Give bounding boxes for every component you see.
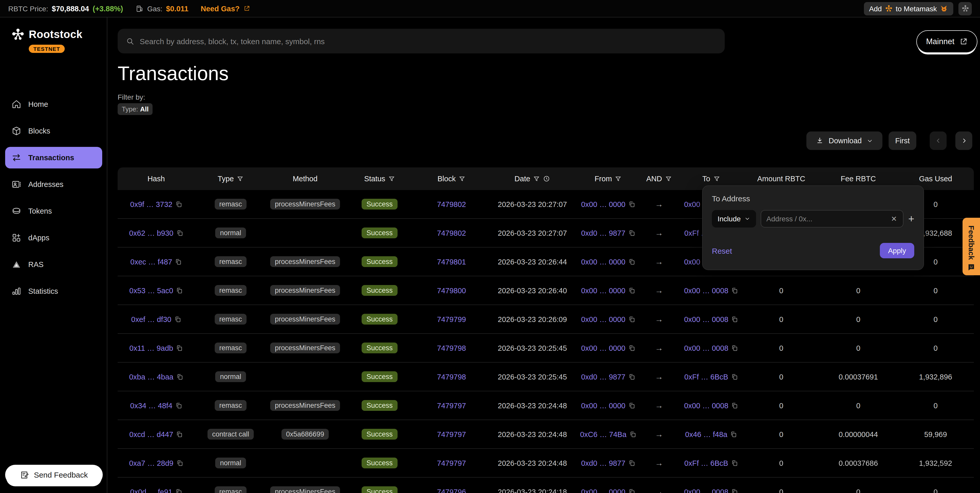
feedback-tab[interactable]: Feedback [963,218,980,275]
block-link[interactable]: 7479796 [437,488,466,493]
from-address-link[interactable]: 0x00 … 0000 [581,401,625,410]
copy-icon[interactable] [628,258,635,265]
copy-icon[interactable] [628,402,635,409]
download-button[interactable]: Download [807,132,882,150]
tx-hash-link[interactable]: 0x0d … fe91 [130,488,172,493]
copy-icon[interactable] [628,200,635,208]
need-gas-link[interactable]: Need Gas? [201,4,250,13]
column-header-status[interactable]: Status [344,175,415,183]
tx-hash-link[interactable]: 0x62 … b930 [129,229,173,237]
copy-icon[interactable] [176,373,183,380]
copy-icon[interactable] [628,488,635,493]
sidebar-item-transactions[interactable]: Transactions [5,147,102,169]
sidebar-item-home[interactable]: Home [5,94,102,115]
copy-icon[interactable] [731,460,738,466]
copy-icon[interactable] [628,316,635,323]
block-link[interactable]: 7479797 [437,459,466,467]
type-filter-chip[interactable]: Type: All [118,103,153,115]
add-to-metamask-button[interactable]: Add to Metamask [864,2,953,15]
column-header-to[interactable]: To [679,175,743,183]
apply-button[interactable]: Apply [880,243,914,258]
block-link[interactable]: 7479802 [437,200,466,208]
copy-icon[interactable] [731,402,738,409]
copy-icon[interactable] [731,373,738,380]
copy-icon[interactable] [175,258,182,265]
to-address-link[interactable]: 0xFf … 6BcB [684,372,728,381]
filter-funnel-icon[interactable] [237,175,243,182]
sidebar-item-tokens[interactable]: Tokens [5,200,102,222]
filter-funnel-icon[interactable] [713,175,720,182]
tx-hash-link[interactable]: 0x11 … 9adb [129,344,173,352]
add-condition-button[interactable]: + [908,214,914,224]
copy-icon[interactable] [174,316,181,323]
from-address-link[interactable]: 0xd0 … 9877 [581,372,625,381]
to-address-link[interactable]: 0x00 … 0008 [684,315,729,323]
tx-hash-link[interactable]: 0x34 … 48f4 [130,401,172,410]
copy-icon[interactable] [628,229,635,237]
copy-icon[interactable] [176,344,183,351]
column-header-type[interactable]: Type [195,175,267,183]
copy-icon[interactable] [731,344,738,351]
copy-icon[interactable] [176,431,183,438]
filter-funnel-icon[interactable] [533,175,540,182]
previous-page-button[interactable] [930,132,947,150]
to-address-link[interactable]: 0x00 … 0008 [684,488,729,493]
copy-icon[interactable] [628,373,635,380]
tx-hash-link[interactable]: 0xef … df30 [131,315,171,323]
from-address-link[interactable]: 0x00 … 0000 [581,344,625,352]
next-page-button[interactable] [955,132,972,150]
block-link[interactable]: 7479797 [437,401,466,410]
from-address-link[interactable]: 0xd0 … 9877 [581,229,625,237]
copy-icon[interactable] [628,344,635,351]
sidebar-item-blocks[interactable]: Blocks [5,120,102,142]
from-address-link[interactable]: 0x00 … 0000 [581,258,625,266]
network-switch-button[interactable]: Mainnet [916,30,977,53]
to-address-link[interactable]: 0x00 … 0008 [684,286,729,294]
column-header-and[interactable]: AND [639,175,679,183]
clear-input-icon[interactable]: ✕ [890,215,898,223]
copy-icon[interactable] [628,460,635,466]
include-exclude-select[interactable]: Include [712,210,756,227]
reset-button[interactable]: Reset [712,246,732,255]
rootstock-widget-button[interactable] [958,2,972,15]
block-link[interactable]: 7479797 [437,430,466,438]
column-header-from[interactable]: From [578,175,639,183]
from-address-link[interactable]: 0xd0 … 9877 [581,459,625,467]
from-address-link[interactable]: 0x00 … 0000 [581,200,625,208]
copy-icon[interactable] [629,431,636,438]
search-input[interactable] [140,37,716,45]
copy-icon[interactable] [175,402,182,409]
tx-hash-link[interactable]: 0xba … 4baa [129,372,173,381]
from-address-link[interactable]: 0x00 … 0000 [581,315,625,323]
send-feedback-button[interactable]: Send Feedback [5,465,103,485]
to-address-link[interactable]: 0x00 … 0008 [684,344,729,352]
brand-block[interactable]: Rootstock TESTNET [0,17,107,53]
copy-icon[interactable] [176,229,183,237]
first-page-button[interactable]: First [889,132,916,150]
copy-icon[interactable] [175,488,182,493]
copy-icon[interactable] [731,316,738,323]
column-header-date[interactable]: Date [487,175,578,183]
tx-hash-link[interactable]: 0x9f … 3732 [130,200,172,208]
block-link[interactable]: 7479800 [437,286,466,294]
clock-icon[interactable] [543,175,550,182]
block-link[interactable]: 7479798 [437,372,466,381]
tx-hash-link[interactable]: 0xa7 … 28d9 [129,459,173,467]
tx-hash-link[interactable]: 0xec … f487 [130,258,172,266]
copy-icon[interactable] [731,287,738,294]
sidebar-item-statistics[interactable]: Statistics [5,280,102,302]
block-link[interactable]: 7479802 [437,229,466,237]
from-address-link[interactable]: 0x00 … 0000 [581,488,625,493]
sidebar-item-ras[interactable]: RAS [5,254,102,275]
column-header-block[interactable]: Block [415,175,487,183]
copy-icon[interactable] [730,431,737,438]
from-address-link[interactable]: 0xC6 … 74Ba [580,430,627,438]
block-link[interactable]: 7479799 [437,315,466,323]
sidebar-item-dapps[interactable]: dApps [5,227,102,248]
address-input[interactable] [766,215,890,223]
copy-icon[interactable] [175,200,182,208]
sidebar-item-addresses[interactable]: Addresses [5,173,102,195]
copy-icon[interactable] [176,460,183,466]
filter-funnel-icon[interactable] [665,175,672,182]
tx-hash-link[interactable]: 0xcd … d447 [129,430,173,438]
